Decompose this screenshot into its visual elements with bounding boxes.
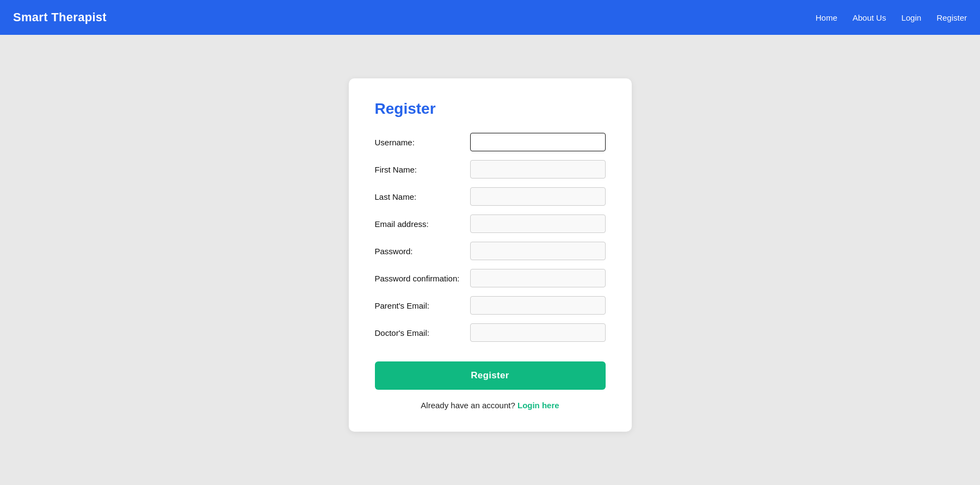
register-button[interactable]: Register — [375, 361, 606, 390]
home-link[interactable]: Home — [816, 13, 837, 22]
last-name-label: Last Name: — [375, 192, 470, 201]
brand-logo: Smart Therapist — [13, 10, 107, 24]
last-name-group: Last Name: — [375, 187, 606, 206]
username-field[interactable] — [470, 133, 606, 151]
login-nav-link[interactable]: Login — [901, 13, 921, 22]
username-label: Username: — [375, 138, 470, 147]
doctor-email-group: Doctor's Email: — [375, 323, 606, 342]
email-group: Email address: — [375, 214, 606, 233]
navbar: Smart Therapist Home About Us Login Regi… — [0, 0, 980, 35]
last-name-field[interactable] — [470, 187, 606, 206]
email-label: Email address: — [375, 219, 470, 229]
register-nav-link[interactable]: Register — [936, 13, 967, 22]
register-title: Register — [375, 100, 606, 118]
first-name-label: First Name: — [375, 165, 470, 174]
password-field[interactable] — [470, 242, 606, 260]
parent-email-group: Parent's Email: — [375, 296, 606, 315]
password-group: Password: — [375, 242, 606, 260]
password-confirm-group: Password confirmation: — [375, 269, 606, 287]
register-form: Username: First Name: Last Name: Email a… — [375, 133, 606, 410]
password-confirm-label: Password confirmation: — [375, 274, 470, 283]
register-card: Register Username: First Name: Last Name… — [349, 78, 632, 432]
password-label: Password: — [375, 247, 470, 256]
first-name-group: First Name: — [375, 160, 606, 179]
navbar-links: Home About Us Login Register — [816, 13, 967, 22]
login-prompt-text: Already have an account? — [421, 401, 515, 410]
email-field[interactable] — [470, 214, 606, 233]
login-here-link[interactable]: Login here — [517, 401, 559, 410]
username-group: Username: — [375, 133, 606, 151]
doctor-email-label: Doctor's Email: — [375, 328, 470, 337]
parent-email-label: Parent's Email: — [375, 301, 470, 310]
doctor-email-field[interactable] — [470, 323, 606, 342]
first-name-field[interactable] — [470, 160, 606, 179]
parent-email-field[interactable] — [470, 296, 606, 315]
main-content: Register Username: First Name: Last Name… — [0, 35, 980, 485]
about-us-link[interactable]: About Us — [853, 13, 886, 22]
password-confirm-field[interactable] — [470, 269, 606, 287]
login-prompt: Already have an account? Login here — [375, 401, 606, 410]
